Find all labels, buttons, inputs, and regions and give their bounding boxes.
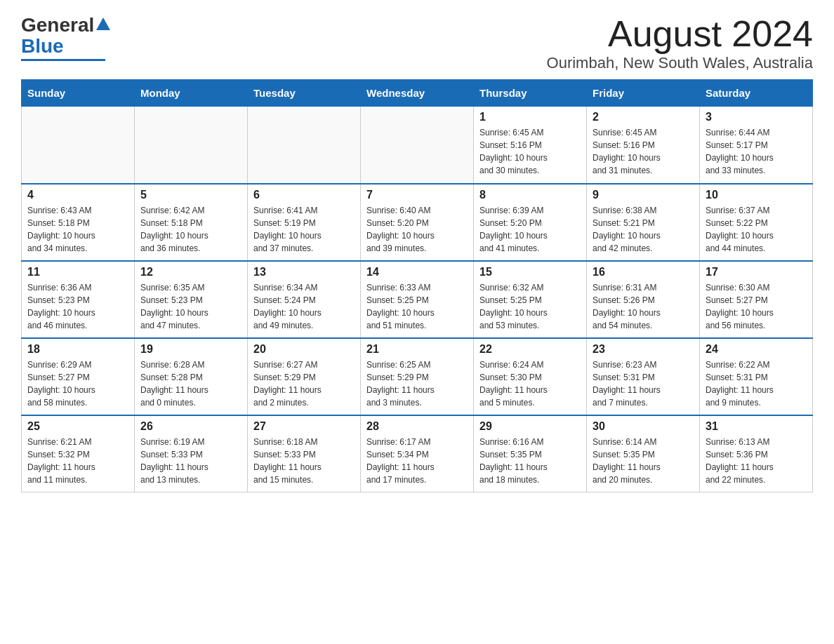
day-number: 19 [140, 343, 241, 356]
calendar-header-row: SundayMondayTuesdayWednesdayThursdayFrid… [22, 80, 813, 107]
calendar-cell: 20Sunrise: 6:27 AMSunset: 5:29 PMDayligh… [248, 338, 361, 415]
calendar-week-row: 18Sunrise: 6:29 AMSunset: 5:27 PMDayligh… [22, 338, 813, 415]
day-number: 21 [366, 343, 468, 356]
calendar-week-row: 11Sunrise: 6:36 AMSunset: 5:23 PMDayligh… [22, 261, 813, 338]
day-info: Sunrise: 6:31 AMSunset: 5:26 PMDaylight:… [593, 281, 694, 332]
day-number: 22 [479, 343, 581, 356]
day-info: Sunrise: 6:16 AMSunset: 5:35 PMDaylight:… [479, 436, 581, 486]
day-info: Sunrise: 6:17 AMSunset: 5:34 PMDaylight:… [366, 436, 468, 486]
calendar-cell [361, 107, 474, 184]
day-number: 29 [479, 420, 581, 433]
day-number: 28 [366, 420, 468, 433]
day-info: Sunrise: 6:29 AMSunset: 5:27 PMDaylight:… [27, 358, 128, 409]
calendar-week-row: 4Sunrise: 6:43 AMSunset: 5:18 PMDaylight… [22, 184, 813, 261]
day-number: 7 [366, 189, 468, 201]
day-info: Sunrise: 6:43 AMSunset: 5:18 PMDaylight:… [27, 204, 128, 255]
day-info: Sunrise: 6:30 AMSunset: 5:27 PMDaylight:… [706, 281, 807, 332]
day-number: 2 [593, 111, 694, 123]
day-number: 15 [479, 266, 581, 279]
header-tuesday: Tuesday [248, 80, 361, 107]
location-subtitle: Ourimbah, New South Wales, Australia [547, 54, 813, 72]
day-info: Sunrise: 6:28 AMSunset: 5:28 PMDaylight:… [140, 358, 241, 409]
calendar-cell: 25Sunrise: 6:21 AMSunset: 5:32 PMDayligh… [22, 415, 135, 492]
calendar-cell: 29Sunrise: 6:16 AMSunset: 5:35 PMDayligh… [474, 415, 587, 492]
day-number: 11 [27, 266, 128, 279]
calendar-cell: 17Sunrise: 6:30 AMSunset: 5:27 PMDayligh… [700, 261, 813, 338]
header-sunday: Sunday [22, 80, 135, 107]
day-info: Sunrise: 6:13 AMSunset: 5:36 PMDaylight:… [706, 436, 807, 486]
day-info: Sunrise: 6:39 AMSunset: 5:20 PMDaylight:… [479, 204, 581, 255]
header-thursday: Thursday [474, 80, 587, 107]
calendar-cell [135, 107, 248, 184]
day-number: 13 [253, 266, 355, 279]
calendar-cell: 13Sunrise: 6:34 AMSunset: 5:24 PMDayligh… [248, 261, 361, 338]
calendar-cell: 6Sunrise: 6:41 AMSunset: 5:19 PMDaylight… [248, 184, 361, 261]
calendar-cell: 27Sunrise: 6:18 AMSunset: 5:33 PMDayligh… [248, 415, 361, 492]
day-info: Sunrise: 6:32 AMSunset: 5:25 PMDaylight:… [479, 281, 581, 332]
day-number: 5 [140, 189, 241, 201]
calendar-cell: 10Sunrise: 6:37 AMSunset: 5:22 PMDayligh… [700, 184, 813, 261]
calendar-cell: 2Sunrise: 6:45 AMSunset: 5:16 PMDaylight… [587, 107, 700, 184]
calendar-cell: 14Sunrise: 6:33 AMSunset: 5:25 PMDayligh… [361, 261, 474, 338]
calendar-cell: 8Sunrise: 6:39 AMSunset: 5:20 PMDaylight… [474, 184, 587, 261]
day-number: 1 [479, 111, 581, 123]
calendar-cell: 28Sunrise: 6:17 AMSunset: 5:34 PMDayligh… [361, 415, 474, 492]
day-info: Sunrise: 6:37 AMSunset: 5:22 PMDaylight:… [706, 204, 807, 255]
day-number: 27 [253, 420, 355, 433]
logo: General Blue [21, 14, 110, 61]
logo-underline [21, 59, 105, 61]
day-info: Sunrise: 6:35 AMSunset: 5:23 PMDaylight:… [140, 281, 241, 332]
calendar-cell: 11Sunrise: 6:36 AMSunset: 5:23 PMDayligh… [22, 261, 135, 338]
calendar-cell: 26Sunrise: 6:19 AMSunset: 5:33 PMDayligh… [135, 415, 248, 492]
calendar-cell: 21Sunrise: 6:25 AMSunset: 5:29 PMDayligh… [361, 338, 474, 415]
calendar-cell: 12Sunrise: 6:35 AMSunset: 5:23 PMDayligh… [135, 261, 248, 338]
calendar-cell: 31Sunrise: 6:13 AMSunset: 5:36 PMDayligh… [700, 415, 813, 492]
day-number: 25 [27, 420, 128, 433]
day-number: 12 [140, 266, 241, 279]
calendar-cell: 15Sunrise: 6:32 AMSunset: 5:25 PMDayligh… [474, 261, 587, 338]
day-number: 31 [706, 420, 807, 433]
calendar-cell: 4Sunrise: 6:43 AMSunset: 5:18 PMDaylight… [22, 184, 135, 261]
day-info: Sunrise: 6:18 AMSunset: 5:33 PMDaylight:… [253, 436, 355, 486]
calendar-cell: 1Sunrise: 6:45 AMSunset: 5:16 PMDaylight… [474, 107, 587, 184]
day-info: Sunrise: 6:24 AMSunset: 5:30 PMDaylight:… [479, 358, 581, 409]
day-info: Sunrise: 6:25 AMSunset: 5:29 PMDaylight:… [366, 358, 468, 409]
calendar-week-row: 1Sunrise: 6:45 AMSunset: 5:16 PMDaylight… [22, 107, 813, 184]
header-friday: Friday [587, 80, 700, 107]
logo-blue-text: Blue [21, 35, 64, 57]
logo-general: General [21, 14, 94, 36]
day-info: Sunrise: 6:40 AMSunset: 5:20 PMDaylight:… [366, 204, 468, 255]
day-info: Sunrise: 6:21 AMSunset: 5:32 PMDaylight:… [27, 436, 128, 486]
day-number: 17 [706, 266, 807, 279]
logo-text: General [21, 14, 110, 36]
calendar-cell: 24Sunrise: 6:22 AMSunset: 5:31 PMDayligh… [700, 338, 813, 415]
calendar-week-row: 25Sunrise: 6:21 AMSunset: 5:32 PMDayligh… [22, 415, 813, 492]
calendar-cell: 9Sunrise: 6:38 AMSunset: 5:21 PMDaylight… [587, 184, 700, 261]
day-number: 9 [593, 189, 694, 201]
header-saturday: Saturday [700, 80, 813, 107]
day-info: Sunrise: 6:45 AMSunset: 5:16 PMDaylight:… [479, 126, 581, 177]
calendar-cell: 19Sunrise: 6:28 AMSunset: 5:28 PMDayligh… [135, 338, 248, 415]
day-info: Sunrise: 6:38 AMSunset: 5:21 PMDaylight:… [593, 204, 694, 255]
day-info: Sunrise: 6:23 AMSunset: 5:31 PMDaylight:… [593, 358, 694, 409]
day-number: 23 [593, 343, 694, 356]
header-monday: Monday [135, 80, 248, 107]
day-info: Sunrise: 6:45 AMSunset: 5:16 PMDaylight:… [593, 126, 694, 177]
day-number: 3 [706, 111, 807, 123]
day-info: Sunrise: 6:27 AMSunset: 5:29 PMDaylight:… [253, 358, 355, 409]
day-info: Sunrise: 6:42 AMSunset: 5:18 PMDaylight:… [140, 204, 241, 255]
calendar-cell: 16Sunrise: 6:31 AMSunset: 5:26 PMDayligh… [587, 261, 700, 338]
day-number: 24 [706, 343, 807, 356]
day-info: Sunrise: 6:34 AMSunset: 5:24 PMDaylight:… [253, 281, 355, 332]
day-number: 30 [593, 420, 694, 433]
day-number: 16 [593, 266, 694, 279]
day-number: 14 [366, 266, 468, 279]
calendar-cell: 30Sunrise: 6:14 AMSunset: 5:35 PMDayligh… [587, 415, 700, 492]
calendar-table: SundayMondayTuesdayWednesdayThursdayFrid… [21, 79, 813, 492]
header-wednesday: Wednesday [361, 80, 474, 107]
calendar-cell: 22Sunrise: 6:24 AMSunset: 5:30 PMDayligh… [474, 338, 587, 415]
calendar-title-area: August 2024 Ourimbah, New South Wales, A… [547, 14, 813, 72]
logo-triangle-icon [96, 18, 110, 30]
day-info: Sunrise: 6:41 AMSunset: 5:19 PMDaylight:… [253, 204, 355, 255]
day-info: Sunrise: 6:19 AMSunset: 5:33 PMDaylight:… [140, 436, 241, 486]
